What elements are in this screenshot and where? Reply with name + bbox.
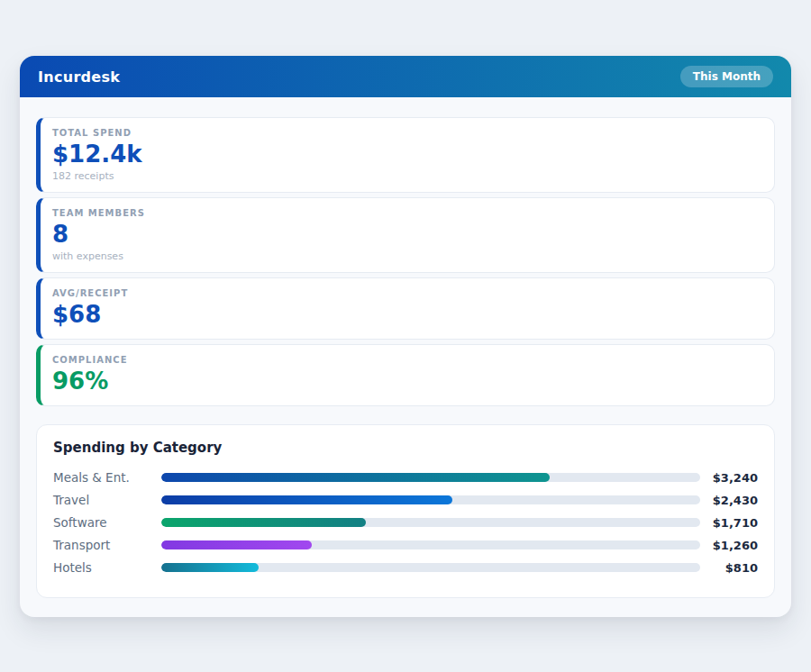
chart-title: Spending by Category — [53, 440, 758, 456]
stat-label: TEAM MEMBERS — [52, 208, 760, 218]
stat-subtitle: with expenses — [52, 250, 760, 262]
chart-row-value: $1,260 — [707, 539, 758, 552]
chart-row: Meals & Ent. $3,240 — [53, 467, 758, 489]
chart-bar-fill — [161, 495, 452, 504]
chart-row-label: Software — [53, 515, 161, 530]
stat-label: TOTAL SPEND — [52, 128, 760, 138]
stat-subtitle: 182 receipts — [52, 170, 760, 182]
chart-bar-fill — [161, 563, 259, 572]
period-badge-button[interactable]: This Month — [680, 66, 773, 87]
stat-card: AVG/RECEIPT $68 — [36, 277, 775, 340]
chart-row-label: Meals & Ent. — [53, 470, 161, 485]
panel-content: TOTAL SPEND $12.4k 182 receipts TEAM MEM… — [20, 97, 791, 618]
chart-bar-track — [161, 540, 700, 549]
chart-row-value: $3,240 — [707, 471, 758, 485]
chart-row-value: $2,430 — [707, 494, 758, 507]
chart-row-label: Transport — [53, 538, 161, 552]
stat-card: COMPLIANCE 96% — [36, 344, 775, 406]
stat-label: COMPLIANCE — [52, 355, 760, 365]
chart-row-label: Travel — [53, 493, 161, 507]
chart-bar-fill — [161, 540, 312, 549]
stat-label: AVG/RECEIPT — [52, 288, 760, 298]
app-header: Incurdesk This Month — [20, 56, 791, 97]
chart-bar-fill — [161, 518, 366, 527]
spending-chart-card: Spending by Category Meals & Ent. $3,240… — [36, 424, 775, 598]
stat-value: 96% — [52, 368, 760, 395]
chart-rows: Meals & Ent. $3,240 Travel $2,430 Softwa… — [53, 467, 758, 579]
dashboard-panel: Incurdesk This Month TOTAL SPEND $12.4k … — [20, 56, 791, 617]
chart-row: Transport $1,260 — [53, 534, 758, 557]
stats-list: TOTAL SPEND $12.4k 182 receipts TEAM MEM… — [36, 117, 775, 406]
chart-row-label: Hotels — [53, 560, 161, 575]
chart-bar-track — [161, 495, 700, 504]
chart-row-value: $810 — [707, 561, 758, 575]
stat-card: TEAM MEMBERS 8 with expenses — [36, 197, 775, 273]
chart-row: Software $1,710 — [53, 512, 758, 534]
stat-card: TOTAL SPEND $12.4k 182 receipts — [36, 117, 775, 193]
stat-value: $68 — [52, 302, 760, 329]
chart-bar-track — [161, 473, 700, 482]
app-title: Incurdesk — [38, 68, 120, 86]
stat-value: 8 — [52, 222, 760, 249]
chart-bar-track — [161, 518, 700, 527]
chart-row: Travel $2,430 — [53, 489, 758, 512]
chart-bar-fill — [161, 473, 550, 482]
chart-row-value: $1,710 — [707, 516, 758, 530]
chart-row: Hotels $810 — [53, 557, 758, 579]
stat-value: $12.4k — [52, 141, 760, 168]
chart-bar-track — [161, 563, 700, 572]
